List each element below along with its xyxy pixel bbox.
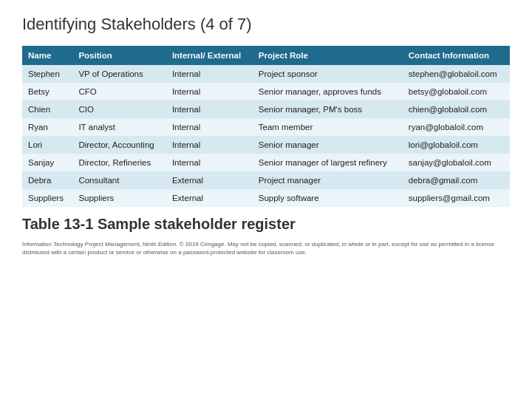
cell-name: Suppliers — [22, 189, 72, 207]
cell-project_role: Supply software — [253, 189, 403, 207]
page-title: Identifying Stakeholders (4 of 7) — [22, 15, 510, 34]
cell-name: Stephen — [22, 65, 72, 83]
col-header-project-role: Project Role — [253, 46, 403, 65]
table-row: StephenVP of OperationsInternalProject s… — [22, 65, 510, 83]
cell-project_role: Senior manager, approves funds — [253, 83, 403, 100]
cell-contact: stephen@globaloil.com — [403, 65, 510, 83]
cell-project_role: Project manager — [253, 171, 403, 189]
cell-position: CIO — [72, 100, 166, 118]
cell-name: Chien — [22, 100, 72, 118]
cell-internal_external: Internal — [166, 154, 253, 171]
cell-contact: chien@globaloil.com — [403, 100, 510, 118]
table-row: BetsyCFOInternalSenior manager, approves… — [22, 83, 510, 100]
stakeholder-table: Name Position Internal/ External Project… — [22, 46, 510, 207]
cell-project_role: Senior manager, PM's boss — [253, 100, 403, 118]
cell-position: CFO — [72, 83, 166, 100]
cell-name: Sanjay — [22, 154, 72, 171]
cell-project_role: Project sponsor — [253, 65, 403, 83]
cell-project_role: Senior manager — [253, 136, 403, 154]
cell-contact: ryan@globaloil.com — [403, 118, 510, 136]
cell-position: IT analyst — [72, 118, 166, 136]
cell-name: Betsy — [22, 83, 72, 100]
table-row: SuppliersSuppliersExternalSupply softwar… — [22, 189, 510, 207]
cell-internal_external: Internal — [166, 136, 253, 154]
table-row: RyanIT analystInternalTeam memberryan@gl… — [22, 118, 510, 136]
table-row: SanjayDirector, RefineriesInternalSenior… — [22, 154, 510, 171]
cell-contact: lori@globaloil.com — [403, 136, 510, 154]
col-header-name: Name — [22, 46, 72, 65]
table-row: DebraConsultantExternalProject managerde… — [22, 171, 510, 189]
cell-contact: debra@gmail.com — [403, 171, 510, 189]
table-row: LoriDirector, AccountingInternalSenior m… — [22, 136, 510, 154]
col-header-contact: Contact Information — [403, 46, 510, 65]
cell-contact: suppliers@gmail.com — [403, 189, 510, 207]
cell-name: Ryan — [22, 118, 72, 136]
cell-internal_external: Internal — [166, 83, 253, 100]
footer-text: Information Technology Project Managemen… — [22, 240, 510, 256]
cell-project_role: Team member — [253, 118, 403, 136]
cell-contact: sanjay@globaloil.com — [403, 154, 510, 171]
cell-name: Debra — [22, 171, 72, 189]
cell-internal_external: Internal — [166, 100, 253, 118]
cell-internal_external: Internal — [166, 118, 253, 136]
table-header-row: Name Position Internal/ External Project… — [22, 46, 510, 65]
cell-position: Suppliers — [72, 189, 166, 207]
col-header-position: Position — [72, 46, 166, 65]
cell-internal_external: Internal — [166, 65, 253, 83]
cell-position: Director, Accounting — [72, 136, 166, 154]
cell-name: Lori — [22, 136, 72, 154]
cell-internal_external: External — [166, 189, 253, 207]
cell-project_role: Senior manager of largest refinery — [253, 154, 403, 171]
cell-position: VP of Operations — [72, 65, 166, 83]
col-header-internal-external: Internal/ External — [166, 46, 253, 65]
cell-internal_external: External — [166, 171, 253, 189]
table-caption: Table 13-1 Sample stakeholder register — [22, 216, 510, 233]
table-row: ChienCIOInternalSenior manager, PM's bos… — [22, 100, 510, 118]
cell-position: Consultant — [72, 171, 166, 189]
cell-position: Director, Refineries — [72, 154, 166, 171]
cell-contact: betsy@globaloil.com — [403, 83, 510, 100]
